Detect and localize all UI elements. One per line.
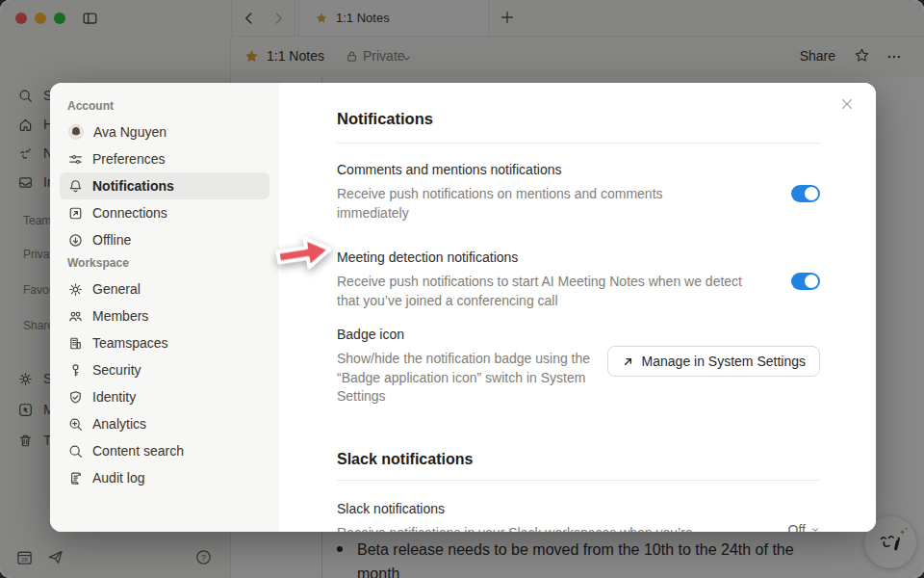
settings-row-meeting-detection: Meeting detection notifications Receive … [337, 248, 820, 310]
settings-row-slack: Slack notifications Receive notification… [337, 499, 820, 533]
row-title: Slack notifications [337, 499, 693, 518]
row-title: Comments and mentions notifications [337, 160, 691, 179]
arrow-up-right-icon [622, 355, 634, 368]
slack-section-heading: Slack notifications [337, 449, 820, 469]
scroll-icon [67, 470, 84, 486]
settings-nav-connections[interactable]: Connections [60, 199, 270, 226]
arrow-down-circle-icon [67, 232, 84, 249]
settings-section-label: Account [67, 99, 262, 113]
settings-section-label: Workspace [67, 256, 262, 270]
arrow-up-right-square-icon [67, 205, 84, 222]
settings-nav-notifications[interactable]: Notifications [60, 172, 270, 199]
magnifier-plus-icon [67, 416, 84, 433]
settings-row-comments: Comments and mentions notifications Rece… [337, 160, 820, 223]
divider [337, 143, 820, 144]
chevron-down-icon [810, 525, 820, 533]
settings-nav-analytics[interactable]: Analytics [60, 410, 270, 437]
people-icon [67, 308, 84, 325]
settings-nav-identity[interactable]: Identity [60, 383, 270, 410]
settings-nav-offline[interactable]: Offline [60, 226, 270, 253]
settings-nav-ava-nguyen[interactable]: Ava Nguyen [60, 118, 270, 145]
settings-panel: Notifications Comments and mentions noti… [279, 83, 876, 532]
panel-title: Notifications [337, 108, 820, 129]
key-icon [67, 362, 84, 379]
meeting-detection-toggle[interactable] [791, 273, 820, 290]
row-title: Meeting detection notifications [337, 248, 753, 267]
settings-row-badge-icon: Badge icon Show/hide the notification ba… [337, 325, 820, 407]
avatar-icon [67, 123, 85, 141]
settings-modal: AccountAva NguyenPreferencesNotification… [50, 83, 876, 532]
divider [337, 480, 820, 481]
bell-icon [67, 178, 84, 195]
row-description: Receive push notifications to start AI M… [337, 273, 753, 310]
settings-sidebar-sections: AccountAva NguyenPreferencesNotification… [60, 99, 270, 491]
row-description: Receive notifications in your Slack work… [337, 524, 693, 533]
settings-nav-audit-log[interactable]: Audit log [60, 464, 270, 491]
settings-nav-security[interactable]: Security [60, 356, 270, 383]
search-icon [67, 443, 84, 460]
manage-in-system-settings-button[interactable]: Manage in System Settings [607, 346, 820, 377]
comments-notifications-toggle[interactable] [791, 185, 820, 202]
row-description: Receive push notifications on mentions a… [337, 185, 691, 223]
settings-nav-members[interactable]: Members [60, 302, 270, 329]
settings-nav-preferences[interactable]: Preferences [60, 145, 270, 172]
row-description: Show/hide the notification badge using t… [337, 350, 599, 407]
shield-check-icon [67, 389, 84, 406]
gear-icon [67, 281, 84, 298]
settings-nav-content-search[interactable]: Content search [60, 437, 270, 464]
building-icon [67, 335, 84, 352]
settings-nav-teamspaces[interactable]: Teamspaces [60, 329, 270, 356]
close-icon[interactable] [839, 96, 855, 112]
settings-nav-general[interactable]: General [60, 276, 270, 302]
slack-notifications-dropdown[interactable]: Off [788, 522, 820, 533]
sliders-icon [67, 151, 84, 168]
settings-sidebar: AccountAva NguyenPreferencesNotification… [50, 83, 279, 532]
row-title: Badge icon [337, 325, 599, 344]
app-window: 1:1 Notes ACME Acme Labs 1:1 Notes [0, 0, 924, 578]
